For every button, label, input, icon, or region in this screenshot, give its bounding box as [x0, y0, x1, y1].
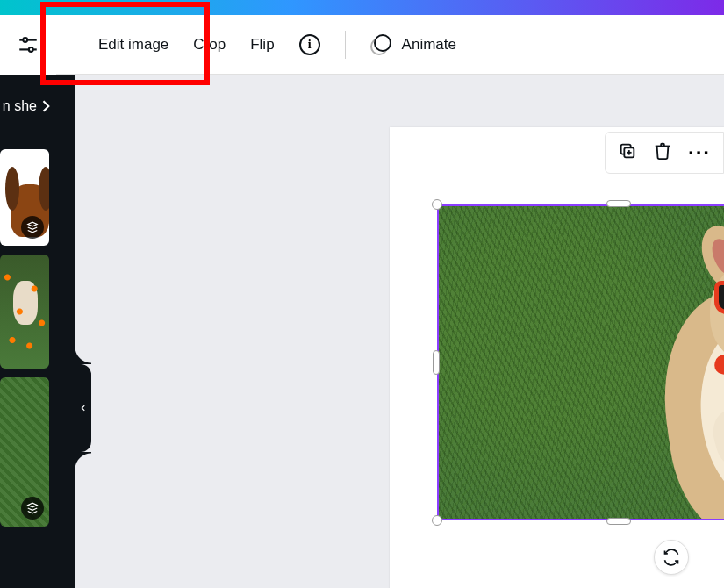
delete-page-button[interactable]	[653, 141, 672, 164]
canvas-area[interactable]: ···	[75, 75, 724, 588]
pro-badge-icon	[21, 216, 44, 239]
sync-icon	[663, 549, 680, 566]
selected-image[interactable]	[437, 204, 724, 520]
chevron-left-icon	[79, 402, 88, 414]
info-icon[interactable]: i	[299, 34, 320, 55]
sliders-icon	[17, 33, 39, 56]
photo-thumb[interactable]	[0, 377, 49, 527]
photo-thumb[interactable]	[0, 255, 49, 369]
duplicate-icon	[618, 141, 637, 161]
animate-button[interactable]: Animate	[370, 34, 456, 55]
chevron-right-icon	[37, 97, 54, 115]
toolbar-divider	[345, 31, 346, 59]
svg-point-1	[23, 38, 27, 42]
svg-point-3	[28, 47, 32, 52]
brand-gradient-bar	[0, 0, 724, 15]
more-page-options-button[interactable]: ···	[688, 150, 711, 155]
search-text-fragment[interactable]: n she	[0, 75, 58, 138]
animate-icon	[370, 34, 391, 55]
pro-badge-icon	[21, 497, 44, 520]
photo-results	[0, 149, 58, 535]
context-toolbar: Edit image Crop Flip i Animate	[0, 15, 724, 75]
photo-thumb[interactable]	[0, 149, 49, 246]
edit-image-button[interactable]: Edit image	[98, 36, 168, 54]
sync-button[interactable]	[654, 540, 689, 575]
crop-button[interactable]: Crop	[193, 36, 226, 54]
flip-button[interactable]: Flip	[250, 36, 274, 54]
search-fragment-text: n she	[3, 98, 37, 114]
panel-collapse-handle[interactable]	[75, 364, 91, 452]
animate-label: Animate	[402, 36, 456, 54]
duplicate-page-button[interactable]	[618, 141, 637, 164]
trash-icon	[653, 141, 672, 161]
adjustments-button[interactable]	[0, 15, 56, 75]
page-actions-bar: ···	[605, 132, 724, 174]
